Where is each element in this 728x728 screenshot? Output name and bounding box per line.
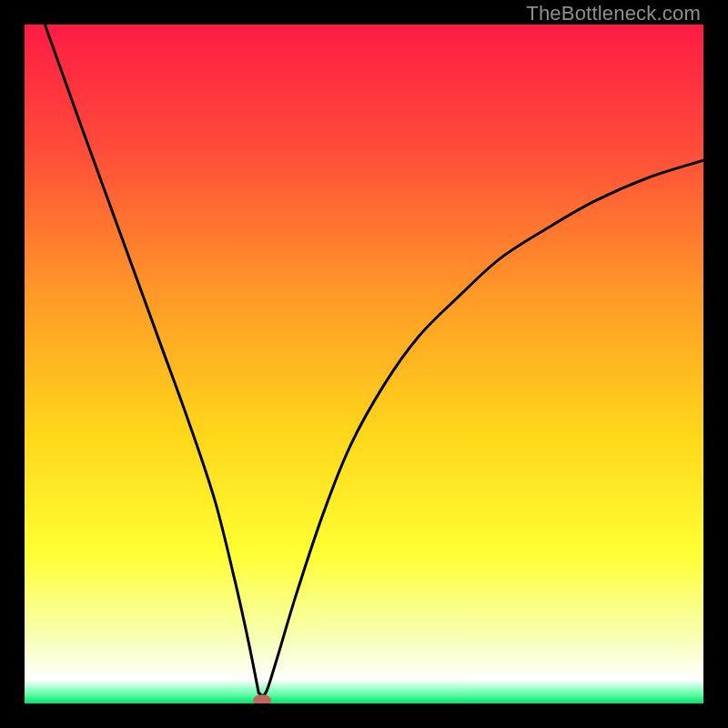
gradient-background xyxy=(25,25,703,703)
watermark-text: TheBottleneck.com xyxy=(526,2,701,25)
chart-plot-area xyxy=(25,25,703,703)
outer-frame: TheBottleneck.com xyxy=(0,0,728,728)
chart-svg xyxy=(25,25,703,703)
